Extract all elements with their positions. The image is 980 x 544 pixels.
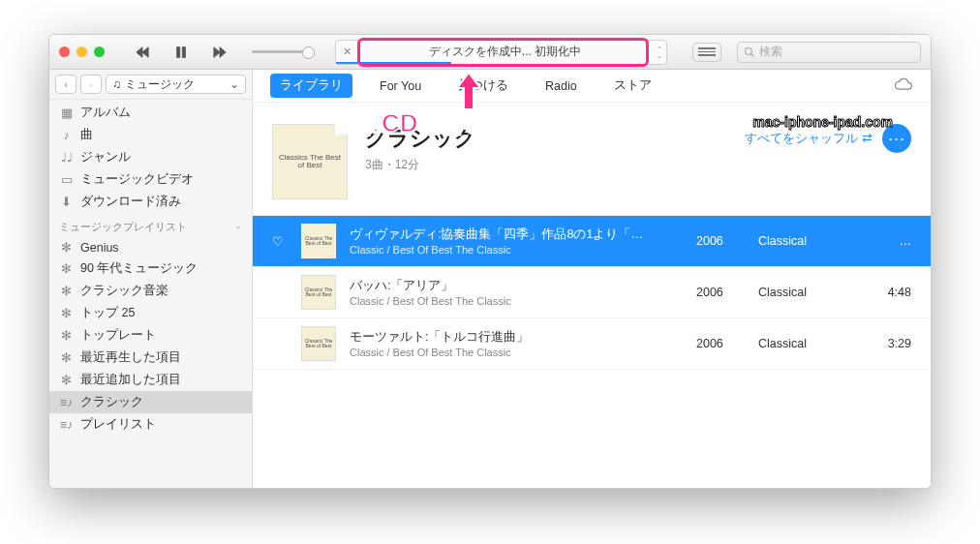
sidebar-item-classic[interactable]: ≡♪クラシック [49, 391, 252, 413]
track-title: モーツァルト:「トルコ行進曲」 [350, 329, 683, 346]
playlist-subtitle: 3曲・12分 [365, 157, 476, 173]
volume-slider[interactable] [252, 50, 310, 53]
sidebar-item-musicvideo[interactable]: ▭ミュージックビデオ [49, 168, 252, 191]
album-icon: ▦ [59, 106, 74, 120]
previous-track-button[interactable] [130, 42, 155, 63]
collapse-icon[interactable]: ⌄ [234, 221, 242, 234]
love-button[interactable]: ♡ [272, 234, 288, 249]
sidebar-item-album[interactable]: ▦アルバム [49, 102, 252, 124]
main-content: ライブラリ For You 見つける Radio ストア Classics Th… [253, 70, 931, 488]
tab-library[interactable]: ライブラリ [270, 74, 352, 98]
track-row[interactable]: Classics The Best of Best バッハ:「アリア」 Clas… [253, 267, 931, 318]
svg-rect-0 [177, 46, 180, 57]
track-info: バッハ:「アリア」 Classic / Best Of Best The Cla… [350, 278, 683, 307]
sidebar-item-downloaded[interactable]: ⬇ダウンロード済み [49, 191, 252, 213]
tabbar: ライブラリ For You 見つける Radio ストア [253, 70, 931, 103]
track-row[interactable]: ♡ Classics The Best of Best ヴィヴァルディ:協奏曲集… [253, 216, 931, 267]
playlist-actions: すべてをシャッフル ⇄ ··· [745, 124, 911, 153]
sidebar-list: ▦アルバム ♪曲 ♩♩ジャンル ▭ミュージックビデオ ⬇ダウンロード済み ミュー… [49, 100, 252, 488]
genre-icon: ♩♩ [59, 150, 74, 165]
track-genre: Classical [758, 286, 855, 299]
status-display: ✕ ディスクを作成中... 初期化中 ⌃⌄ [335, 40, 667, 65]
cancel-burn-button[interactable]: ✕ [336, 45, 357, 58]
track-info: モーツァルト:「トルコ行進曲」 Classic / Best Of Best T… [350, 329, 683, 358]
more-actions-button[interactable]: ··· [882, 124, 911, 153]
gear-icon: ✻ [59, 284, 74, 298]
track-cover: Classics The Best of Best [301, 275, 336, 310]
sidebar-item-songs[interactable]: ♪曲 [49, 124, 252, 146]
maximize-window-button[interactable] [94, 46, 105, 57]
sidebar-item-recent-added[interactable]: ✻最近追加した項目 [49, 369, 252, 391]
itunes-window: ✕ ディスクを作成中... 初期化中 ⌃⌄ 検索 ‹ › ♫ ミュージック ⌄ [48, 34, 932, 489]
shuffle-all-button[interactable]: すべてをシャッフル ⇄ [745, 130, 873, 147]
gear-icon: ✻ [59, 261, 74, 276]
media-type-selector[interactable]: ♫ ミュージック ⌄ [106, 75, 246, 94]
back-button[interactable]: ‹ [55, 75, 77, 94]
tab-store[interactable]: ストア [604, 74, 661, 98]
cloud-icon[interactable] [894, 77, 913, 94]
svg-line-3 [751, 53, 754, 56]
close-window-button[interactable] [59, 46, 70, 57]
gear-icon: ✻ [59, 373, 74, 387]
forward-button[interactable]: › [80, 75, 102, 94]
tab-foryou[interactable]: For You [370, 76, 431, 97]
playlist-icon: ≡♪ [59, 417, 74, 432]
status-expand-button[interactable]: ⌃⌄ [653, 45, 666, 59]
playlist-icon: ≡♪ [59, 395, 74, 409]
sidebar-item-genius[interactable]: ✻Genius [49, 237, 252, 257]
media-selector-label: ミュージック [125, 76, 195, 93]
track-duration: 4:48 [869, 286, 911, 299]
window-controls [59, 46, 105, 57]
track-subtitle: Classic / Best Of Best The Classic [350, 347, 683, 358]
track-year: 2006 [696, 234, 745, 248]
track-list: ♡ Classics The Best of Best ヴィヴァルディ:協奏曲集… [253, 215, 931, 370]
status-text: ディスクを作成中... 初期化中 [357, 44, 653, 60]
chevron-down-icon: ⌄ [230, 77, 239, 91]
video-icon: ▭ [59, 172, 74, 187]
track-subtitle: Classic / Best Of Best The Classic [350, 295, 683, 307]
sidebar-playlists-header: ミュージックプレイリスト ⌄ [49, 213, 252, 237]
track-genre: Classical [758, 337, 855, 350]
sidebar-top: ‹ › ♫ ミュージック ⌄ [49, 70, 252, 100]
svg-rect-1 [182, 46, 185, 57]
gear-icon: ✻ [59, 350, 74, 365]
gear-icon: ✻ [59, 306, 74, 320]
track-duration: 3:29 [869, 337, 911, 350]
playlist-header: Classics The Best of Best クラシック 3曲・12分 す… [253, 103, 931, 215]
search-icon [744, 46, 755, 58]
sidebar-item-90s[interactable]: ✻90 年代ミュージック [49, 257, 252, 280]
track-year: 2006 [696, 286, 745, 299]
next-track-button[interactable] [207, 42, 232, 63]
track-info: ヴィヴァルディ:協奏曲集「四季」作品8の1より「… Classic / Best… [350, 227, 683, 256]
shuffle-icon: ⇄ [862, 131, 873, 145]
sidebar-item-recent-played[interactable]: ✻最近再生した項目 [49, 347, 252, 369]
playlist-cover: Classics The Best of Best [272, 124, 348, 199]
search-input[interactable]: 検索 [737, 42, 921, 63]
sidebar-item-top25[interactable]: ✻トップ 25 [49, 302, 252, 324]
track-more-button[interactable]: … [869, 234, 911, 248]
music-icon: ♫ [112, 77, 121, 91]
track-cover: Classics The Best of Best [301, 224, 336, 258]
playlist-titles: クラシック 3曲・12分 [365, 124, 476, 173]
svg-point-2 [746, 47, 752, 54]
minimize-window-button[interactable] [77, 46, 87, 57]
list-view-button[interactable] [692, 43, 721, 62]
sidebar-item-playlist[interactable]: ≡♪プレイリスト [49, 413, 252, 436]
sidebar-item-toprated[interactable]: ✻トップレート [49, 324, 252, 347]
gear-icon: ✻ [59, 240, 74, 255]
titlebar: ✕ ディスクを作成中... 初期化中 ⌃⌄ 検索 [49, 35, 931, 70]
download-icon: ⬇ [59, 195, 74, 209]
gear-icon: ✻ [59, 328, 74, 343]
playback-controls [130, 42, 310, 63]
playlist-title: クラシック [365, 124, 476, 153]
track-row[interactable]: Classics The Best of Best モーツァルト:「トルコ行進曲… [253, 318, 931, 370]
track-title: バッハ:「アリア」 [350, 278, 683, 294]
play-pause-button[interactable] [168, 42, 194, 63]
burn-progress-bar [336, 62, 451, 64]
note-icon: ♪ [59, 128, 74, 142]
sidebar-item-genre[interactable]: ♩♩ジャンル [49, 146, 252, 168]
sidebar: ‹ › ♫ ミュージック ⌄ ▦アルバム ♪曲 ♩♩ジャンル ▭ミュージックビデ… [49, 70, 253, 488]
sidebar-item-classical-music[interactable]: ✻クラシック音楽 [49, 280, 252, 302]
tab-radio[interactable]: Radio [536, 76, 587, 97]
tab-browse[interactable]: 見つける [448, 74, 518, 98]
